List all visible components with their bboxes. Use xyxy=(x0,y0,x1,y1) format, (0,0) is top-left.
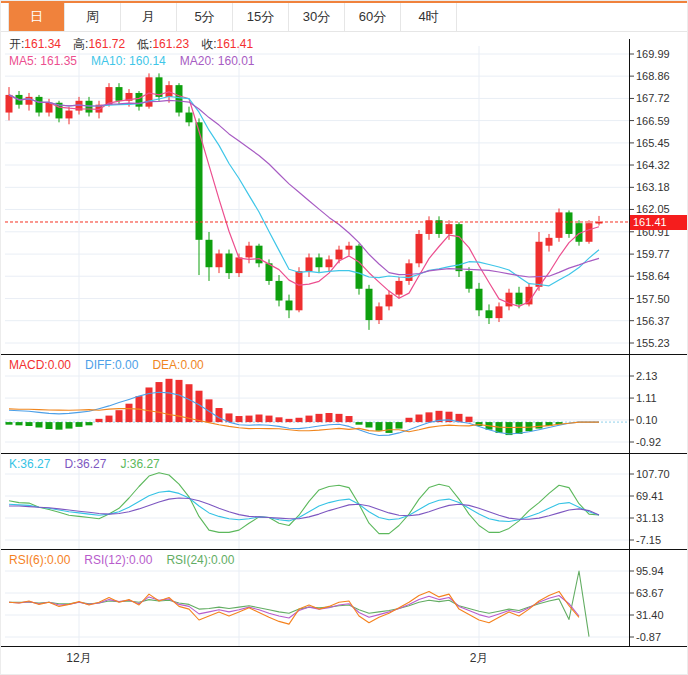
main-tick-label: 168.86 xyxy=(636,70,670,82)
candle-body-up xyxy=(6,95,13,113)
timeframe-tab-0[interactable]: 日 xyxy=(8,3,65,31)
candle-body-up xyxy=(446,224,453,234)
main-tick-label: 162.05 xyxy=(636,203,670,215)
macd-tick-label: -0.92 xyxy=(636,436,661,448)
macd-hist-bar-down xyxy=(6,422,13,425)
ohlc-label: 低: xyxy=(137,37,152,51)
macd-legend-2: DEA:0.00 xyxy=(152,358,203,372)
candle-body-up xyxy=(586,223,593,242)
main-tick-label: 163.18 xyxy=(636,181,670,193)
macd-hist-bar-down xyxy=(516,422,523,434)
candle-body-down xyxy=(466,271,473,289)
macd-hist-bar-up xyxy=(346,416,353,422)
rsi-info-row: RSI(6):0.00RSI(12):0.00RSI(24):0.00 xyxy=(9,553,248,568)
candle-body-down xyxy=(276,281,283,301)
macd-hist-bar-down xyxy=(366,422,373,427)
candle-body-up xyxy=(296,271,303,310)
macd-hist-bar-down xyxy=(36,422,43,427)
macd-hist-bar-down xyxy=(376,422,383,431)
timeframe-tab-2[interactable]: 月 xyxy=(121,3,177,31)
candle-body-down xyxy=(116,87,123,101)
macd-tick-label: 1.11 xyxy=(636,392,657,404)
macd-hist-bar-down xyxy=(396,422,403,428)
rsi-tick-label: 63.67 xyxy=(636,587,664,599)
ohlc-value: 161.34 xyxy=(24,37,61,51)
candle-body-up xyxy=(236,257,243,273)
timeframe-tab-3[interactable]: 5分 xyxy=(177,3,233,31)
macd-hist-bar-up xyxy=(326,413,333,422)
main-tick-label: 156.37 xyxy=(636,315,670,327)
candle-body-up xyxy=(346,246,353,250)
rsi-legend-2: RSI(24):0.00 xyxy=(166,553,234,567)
macd-legend-0: MACD:0.00 xyxy=(9,358,71,372)
ma-legend-2: MA20: 160.01 xyxy=(180,54,255,68)
ohlc-label: 收: xyxy=(201,37,216,51)
ohlc-pair-1: 高:161.72 xyxy=(73,37,125,51)
macd-hist-bar-down xyxy=(26,422,33,426)
rsi6-line xyxy=(9,591,579,624)
macd-hist-bar-down xyxy=(56,422,63,430)
timeframe-tab-5[interactable]: 30分 xyxy=(289,3,345,31)
kdj-legend-2: J:36.27 xyxy=(120,457,159,471)
ma-legend-0: MA5: 161.35 xyxy=(9,54,77,68)
main-tick-label: 164.32 xyxy=(636,159,670,171)
month-label: 12月 xyxy=(66,651,91,665)
macd-hist-bar-up xyxy=(236,416,243,422)
chart-canvas[interactable]: 169.99168.86167.72166.59165.45164.32163.… xyxy=(1,1,688,675)
macd-hist-bar-up xyxy=(336,414,343,422)
macd-hist-bar-up xyxy=(416,415,423,423)
candle-body-down xyxy=(566,212,573,234)
timeframe-tab-1[interactable]: 周 xyxy=(65,3,121,31)
candle-body-up xyxy=(166,85,173,97)
rsi-tick-label: 31.40 xyxy=(636,609,664,621)
macd-hist-bar-down xyxy=(46,422,53,429)
candle-body-up xyxy=(336,250,343,260)
macd-hist-bar-up xyxy=(116,410,123,422)
candle-body-up xyxy=(406,263,413,281)
macd-hist-bar-up xyxy=(246,416,253,422)
macd-hist-bar-up xyxy=(316,414,323,422)
macd-hist-bar-up xyxy=(276,417,283,422)
macd-hist-bar-down xyxy=(16,422,23,425)
macd-info-row: MACD:0.00DIFF:0.00DEA:0.00 xyxy=(9,358,218,373)
rsi-tick-label: 95.94 xyxy=(636,565,664,577)
macd-hist-bar-up xyxy=(296,418,303,422)
ohlc-label: 开: xyxy=(9,37,24,51)
candle-body-down xyxy=(256,246,263,264)
candle-body-up xyxy=(556,212,563,237)
macd-hist-bar-down xyxy=(86,422,93,425)
macd-hist-bar-down xyxy=(386,422,393,433)
kdj-tick-label: 69.41 xyxy=(636,490,664,502)
macd-hist-bar-down xyxy=(536,422,543,428)
kdj-legend-0: K:36.27 xyxy=(9,457,50,471)
ohlc-pair-3: 收:161.41 xyxy=(201,37,253,51)
candle-body-down xyxy=(516,293,523,305)
macd-hist-bar-down xyxy=(76,422,83,427)
timeframe-tabbar: 日周月5分15分30分60分4时 xyxy=(1,1,687,32)
candle-body-up xyxy=(416,234,423,263)
candle-body-down xyxy=(36,97,43,113)
ohlc-pair-2: 低:161.23 xyxy=(137,37,189,51)
macd-hist-bar-up xyxy=(216,408,223,422)
timeframe-tab-6[interactable]: 60分 xyxy=(345,3,401,31)
candle-body-up xyxy=(216,254,223,268)
macd-hist-bar-down xyxy=(66,422,73,428)
candle-body-up xyxy=(46,103,53,113)
ma-info-row: MA5: 161.35MA10: 160.14MA20: 160.01 xyxy=(9,54,268,69)
macd-hist-bar-up xyxy=(466,417,473,422)
ma10-line xyxy=(9,95,599,286)
candle-body-up xyxy=(26,97,33,105)
candle-body-down xyxy=(476,289,483,311)
timeframe-tab-4[interactable]: 15分 xyxy=(233,3,289,31)
ma20-line xyxy=(9,95,599,277)
main-tick-label: 166.59 xyxy=(636,115,670,127)
ohlc-value: 161.72 xyxy=(88,37,125,51)
candle-body-down xyxy=(86,101,93,113)
timeframe-tab-7[interactable]: 4时 xyxy=(401,3,457,31)
candle-body-down xyxy=(366,289,373,320)
candle-body-up xyxy=(306,257,313,271)
rsi-legend-1: RSI(12):0.00 xyxy=(84,553,152,567)
macd-hist-bar-up xyxy=(406,418,413,422)
ohlc-info-row: 开:161.34高:161.72低:161.23收:161.41 xyxy=(9,37,265,52)
macd-tick-label: 0.10 xyxy=(636,414,657,426)
